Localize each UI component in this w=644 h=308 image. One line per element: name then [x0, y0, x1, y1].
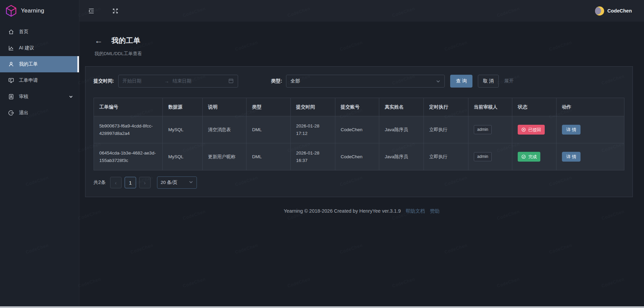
yearning-logo-icon	[5, 5, 17, 17]
home-icon	[8, 29, 14, 35]
col-action: 动作	[556, 98, 624, 116]
prev-page-button[interactable]: ‹	[110, 177, 122, 188]
sidebar-menu: 首页 AI 建议 我的工单 工单申请	[0, 24, 79, 121]
col-desc: 说明	[203, 98, 247, 116]
col-status: 状态	[512, 98, 556, 116]
cell-schedule: 立即执行	[424, 116, 468, 143]
type-select[interactable]: 全部	[286, 75, 445, 88]
main-column: CodeChen ← 我的工单 我的DML/DDL工单查看 提交时间: 开始日期…	[79, 0, 644, 308]
sidebar-item-my-orders[interactable]: 我的工单	[0, 56, 79, 72]
topbar: CodeChen	[79, 0, 644, 22]
sidebar: Yearning 首页 AI 建议 我的工单	[0, 0, 79, 308]
col-realname: 真实姓名	[379, 98, 424, 116]
calendar-icon	[228, 78, 234, 85]
monitor-icon	[8, 77, 14, 84]
assessor-tag: admin	[474, 125, 492, 134]
col-schedule: 定时执行	[424, 98, 468, 116]
back-arrow-icon[interactable]: ←	[95, 37, 103, 45]
menu-fold-icon[interactable]	[88, 8, 95, 14]
chevron-down-icon	[436, 79, 440, 84]
brand: Yearning	[0, 0, 79, 22]
type-select-value: 全部	[290, 78, 300, 84]
detail-button[interactable]: 详 情	[562, 152, 581, 162]
cell-status: 完成	[512, 143, 556, 170]
workorder-table: 工单编号 数据源 说明 类型 提交时间 提交账号 真实姓名 定时执行 当前审核人…	[94, 98, 624, 170]
page-title: 我的工单	[111, 36, 140, 45]
help-doc-link[interactable]: 帮助文档	[406, 208, 425, 214]
cell-action: 详 情	[556, 116, 624, 143]
cell-account: CodeChen	[335, 116, 379, 143]
sidebar-item-ai-suggest[interactable]: AI 建议	[0, 40, 79, 56]
cell-desc: 清空消息表	[203, 116, 247, 143]
table-header-row: 工单编号 数据源 说明 类型 提交时间 提交账号 真实姓名 定时执行 当前审核人…	[94, 98, 624, 116]
pagination: 共2条 ‹ 1 › 20 条/页	[94, 176, 624, 189]
submit-time-label: 提交时间:	[94, 78, 114, 84]
sponsor-link[interactable]: 赞助	[430, 208, 440, 214]
status-text: 完成	[528, 153, 537, 160]
chart-icon	[8, 45, 14, 51]
sidebar-item-label: 我的工单	[19, 61, 38, 67]
date-range-picker[interactable]: 开始日期 → 结束日期	[118, 75, 238, 88]
sidebar-item-audit[interactable]: 审核	[0, 89, 79, 105]
col-source: 数据源	[163, 98, 203, 116]
search-button[interactable]: 查 询	[450, 75, 472, 88]
sidebar-item-logout[interactable]: 退出	[0, 105, 79, 121]
cell-order-id: 5b900673-f6a9-4cdd-8fcc-428997d8a2a4	[94, 116, 163, 143]
copyright-text: Yearning © 2018-2026 Created by HenryYee…	[284, 208, 401, 214]
app-root: Yearning 首页 AI 建议 我的工单	[0, 0, 644, 308]
col-submit-time: 提交时间	[290, 98, 335, 116]
sidebar-item-label: 审核	[19, 94, 28, 100]
cell-source: MySQL	[163, 116, 203, 143]
cell-submit-time: 2026-01-28 16:37	[290, 143, 335, 170]
page-head: ← 我的工单	[79, 36, 644, 45]
table-row: 06454cda-1b3e-4682-ae3d-155ab3728f3c MyS…	[94, 143, 624, 170]
cell-account: CodeChen	[335, 143, 379, 170]
filter-row: 提交时间: 开始日期 → 结束日期 类型: 全部	[94, 75, 624, 88]
type-label: 类型:	[271, 78, 282, 84]
cell-assessor: admin	[468, 116, 512, 143]
circle-x-icon	[521, 127, 526, 132]
document-user-icon	[8, 94, 14, 100]
next-page-button[interactable]: ›	[139, 177, 151, 188]
person-icon	[8, 61, 14, 67]
cell-assessor: admin	[468, 143, 512, 170]
detail-button[interactable]: 详 情	[562, 125, 581, 135]
sidebar-item-label: 工单申请	[19, 77, 38, 84]
footer: Yearning © 2018-2026 Created by HenryYee…	[79, 208, 644, 214]
content: ← 我的工单 我的DML/DDL工单查看 提交时间: 开始日期 → 结束日期 类…	[79, 22, 644, 308]
cell-realname: Java陈序员	[379, 116, 424, 143]
col-assessor: 当前审核人	[468, 98, 512, 116]
fullscreen-icon[interactable]	[112, 8, 119, 14]
page-1-button[interactable]: 1	[125, 177, 136, 188]
cancel-button[interactable]: 取 消	[478, 75, 499, 88]
range-arrow: →	[164, 78, 169, 84]
workorder-card: 提交时间: 开始日期 → 结束日期 类型: 全部	[85, 66, 633, 197]
cell-source: MySQL	[163, 143, 203, 170]
sidebar-item-order-apply[interactable]: 工单申请	[0, 72, 79, 89]
cell-type: DML	[247, 143, 290, 170]
chevron-down-icon	[69, 95, 73, 99]
circle-check-icon	[521, 155, 526, 159]
logout-icon	[8, 110, 14, 116]
status-badge-rejected: 已驳回	[518, 125, 545, 135]
assessor-tag: admin	[474, 152, 492, 161]
page-size-select[interactable]: 20 条/页	[157, 176, 197, 189]
sidebar-item-label: 首页	[19, 29, 28, 35]
cell-status: 已驳回	[512, 116, 556, 143]
chevron-down-icon	[189, 180, 193, 185]
status-badge-success: 完成	[518, 152, 540, 162]
sidebar-item-label: AI 建议	[19, 45, 34, 51]
sidebar-item-label: 退出	[19, 110, 28, 116]
table-row: 5b900673-f6a9-4cdd-8fcc-428997d8a2a4 MyS…	[94, 116, 624, 143]
cell-type: DML	[247, 116, 290, 143]
cell-desc: 更新用户昵称	[203, 143, 247, 170]
end-date-placeholder: 结束日期	[173, 78, 225, 84]
cell-realname: Java陈序员	[379, 143, 424, 170]
start-date-placeholder: 开始日期	[123, 78, 141, 84]
cell-submit-time: 2026-01-28 17:12	[290, 116, 335, 143]
user-menu[interactable]: CodeChen	[595, 6, 632, 16]
expand-link[interactable]: 展开	[504, 78, 514, 84]
horizontal-scrollbar[interactable]	[0, 306, 644, 308]
sidebar-item-home[interactable]: 首页	[0, 24, 79, 40]
avatar	[595, 6, 604, 16]
